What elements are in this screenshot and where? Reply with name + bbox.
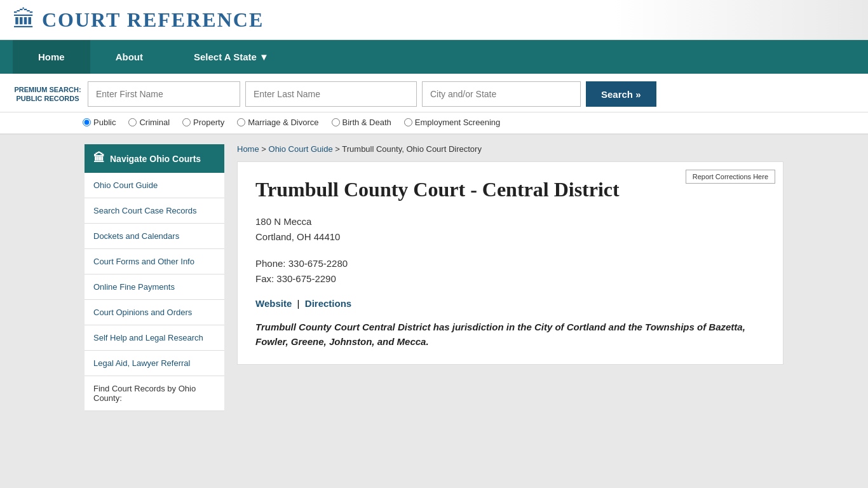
premium-label: PREMIUM SEARCH: PUBLIC RECORDS (13, 85, 83, 104)
court-links: Website | Directions (255, 298, 765, 309)
search-bar: PREMIUM SEARCH: PUBLIC RECORDS Search » (0, 74, 868, 112)
radio-birth[interactable]: Birth & Death (332, 118, 391, 127)
header-background (614, 0, 868, 39)
sidebar-item-search-records[interactable]: Search Court Case Records (85, 198, 224, 224)
search-radio-group: Public Criminal Property Marriage & Divo… (0, 112, 868, 135)
site-header: 🏛 COURT REFERENCE (0, 0, 868, 40)
sidebar-item-forms[interactable]: Court Forms and Other Info (85, 249, 224, 274)
breadcrumb-ohio[interactable]: Ohio Court Guide (269, 144, 333, 154)
sidebar-item-dockets[interactable]: Dockets and Calendars (85, 224, 224, 249)
logo-icon: 🏛 (13, 6, 36, 33)
sidebar: 🏛 Navigate Ohio Courts Ohio Court Guide … (85, 144, 224, 411)
court-phone: Phone: 330-675-2280 Fax: 330-675-2290 (255, 256, 765, 287)
breadcrumb-home[interactable]: Home (237, 144, 259, 154)
search-button[interactable]: Search » (586, 81, 656, 107)
court-description: Trumbull County Court Central District h… (255, 320, 765, 349)
website-link[interactable]: Website (255, 298, 292, 309)
fax-number: Fax: 330-675-2290 (255, 273, 336, 284)
radio-property[interactable]: Property (182, 118, 224, 127)
courthouse-icon: 🏛 (93, 152, 105, 165)
directions-link[interactable]: Directions (305, 298, 351, 309)
sidebar-footer-text: Find Court Records by Ohio County: (85, 376, 224, 411)
nav-home[interactable]: Home (13, 40, 90, 74)
court-card: Report Corrections Here Trumbull County … (237, 161, 783, 365)
content-wrapper: 🏛 Navigate Ohio Courts Ohio Court Guide … (0, 135, 868, 421)
court-address: 180 N Mecca Cortland, OH 44410 (255, 214, 765, 245)
phone-number: Phone: 330-675-2280 (255, 258, 348, 269)
sidebar-item-opinions[interactable]: Court Opinions and Orders (85, 300, 224, 325)
nav-select-state[interactable]: Select A State ▼ (168, 40, 294, 74)
main-content: Home > Ohio Court Guide > Trumbull Count… (237, 144, 783, 365)
sidebar-item-fines[interactable]: Online Fine Payments (85, 274, 224, 300)
first-name-input[interactable] (88, 81, 240, 107)
navigation: Home About Select A State ▼ (0, 40, 868, 74)
radio-criminal[interactable]: Criminal (128, 118, 170, 127)
city-state-input[interactable] (422, 81, 581, 107)
nav-about[interactable]: About (90, 40, 168, 74)
sidebar-item-legal-aid[interactable]: Legal Aid, Lawyer Referral (85, 351, 224, 376)
sidebar-title: Navigate Ohio Courts (110, 154, 201, 164)
logo-text: COURT REFERENCE (42, 8, 264, 32)
radio-employment[interactable]: Employment Screening (404, 118, 500, 127)
logo[interactable]: 🏛 COURT REFERENCE (13, 6, 264, 33)
radio-marriage[interactable]: Marriage & Divorce (237, 118, 318, 127)
address-line2: Cortland, OH 44410 (255, 231, 340, 242)
inner-content: 🏛 Navigate Ohio Courts Ohio Court Guide … (85, 144, 783, 411)
sidebar-item-ohio-court-guide[interactable]: Ohio Court Guide (85, 173, 224, 198)
breadcrumb: Home > Ohio Court Guide > Trumbull Count… (237, 144, 783, 154)
report-corrections-button[interactable]: Report Corrections Here (686, 170, 775, 184)
link-separator: | (297, 298, 300, 309)
address-line1: 180 N Mecca (255, 216, 311, 227)
sidebar-header: 🏛 Navigate Ohio Courts (85, 144, 224, 173)
radio-public[interactable]: Public (83, 118, 116, 127)
breadcrumb-current: Trumbull County, Ohio Court Directory (342, 144, 482, 154)
last-name-input[interactable] (245, 81, 417, 107)
sidebar-item-self-help[interactable]: Self Help and Legal Research (85, 325, 224, 351)
